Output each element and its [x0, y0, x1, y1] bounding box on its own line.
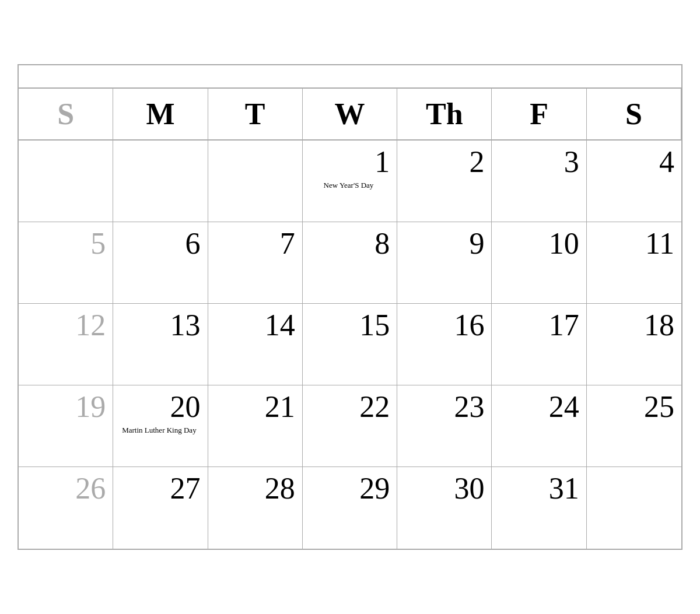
day-cell: 7 — [208, 222, 303, 304]
day-number: 4 — [592, 145, 674, 178]
day-cell: 24 — [492, 385, 586, 467]
day-cell: 10 — [492, 222, 586, 304]
day-cell: 29 — [303, 467, 397, 549]
day-number: 26 — [23, 472, 106, 505]
holiday-label: New Year'S Day — [307, 181, 390, 191]
day-header-m: M — [113, 89, 208, 141]
day-number: 28 — [213, 472, 295, 505]
day-number: 20 — [118, 390, 200, 423]
day-number: 17 — [496, 308, 579, 342]
day-header-w: W — [303, 89, 397, 141]
calendar-title — [19, 65, 681, 89]
day-cell: 14 — [208, 304, 303, 385]
day-cell: 18 — [587, 304, 681, 385]
calendar-grid: SMTWThFS1New Year'S Day23456789101112131… — [19, 89, 681, 549]
day-number: 19 — [23, 390, 106, 423]
day-number: 13 — [118, 308, 200, 342]
day-cell: 2 — [397, 141, 492, 222]
day-header-s: S — [587, 89, 681, 141]
day-number: 11 — [592, 227, 674, 260]
day-cell: 8 — [303, 222, 397, 304]
empty-cell — [113, 141, 208, 222]
day-cell: 3 — [492, 141, 586, 222]
empty-cell — [208, 141, 303, 222]
day-header-t: T — [208, 89, 303, 141]
day-number: 2 — [402, 145, 484, 178]
day-cell: 23 — [397, 385, 492, 467]
day-number: 31 — [496, 472, 579, 505]
empty-cell — [19, 141, 113, 222]
day-number: 24 — [496, 390, 579, 423]
day-cell: 5 — [19, 222, 113, 304]
day-number: 14 — [213, 308, 295, 342]
day-header-th: Th — [397, 89, 492, 141]
day-number: 22 — [307, 390, 390, 423]
day-number: 9 — [402, 227, 484, 260]
day-number: 30 — [402, 472, 484, 505]
day-number: 5 — [23, 227, 106, 260]
day-cell: 12 — [19, 304, 113, 385]
day-cell: 22 — [303, 385, 397, 467]
day-cell: 13 — [113, 304, 208, 385]
day-number: 16 — [402, 308, 484, 342]
day-number: 1 — [307, 145, 390, 178]
holiday-label: Martin Luther King Day — [118, 426, 200, 436]
day-cell: 28 — [208, 467, 303, 549]
day-cell: 1New Year'S Day — [303, 141, 397, 222]
day-number: 10 — [496, 227, 579, 260]
day-cell: 20Martin Luther King Day — [113, 385, 208, 467]
day-number: 12 — [23, 308, 106, 342]
day-cell: 6 — [113, 222, 208, 304]
day-cell: 30 — [397, 467, 492, 549]
day-number: 8 — [307, 227, 390, 260]
day-cell: 17 — [492, 304, 586, 385]
empty-cell — [587, 467, 681, 549]
day-number: 21 — [213, 390, 295, 423]
day-number: 29 — [307, 472, 390, 505]
day-number: 23 — [402, 390, 484, 423]
day-cell: 31 — [492, 467, 586, 549]
day-number: 7 — [213, 227, 295, 260]
day-cell: 26 — [19, 467, 113, 549]
day-cell: 11 — [587, 222, 681, 304]
day-header-f: F — [492, 89, 586, 141]
day-number: 6 — [118, 227, 200, 260]
day-number: 25 — [592, 390, 674, 423]
day-cell: 21 — [208, 385, 303, 467]
day-cell: 4 — [587, 141, 681, 222]
day-number: 15 — [307, 308, 390, 342]
day-cell: 15 — [303, 304, 397, 385]
day-number: 18 — [592, 308, 674, 342]
day-cell: 19 — [19, 385, 113, 467]
calendar: SMTWThFS1New Year'S Day23456789101112131… — [18, 64, 682, 550]
day-number: 27 — [118, 472, 200, 505]
day-cell: 25 — [587, 385, 681, 467]
day-cell: 9 — [397, 222, 492, 304]
day-cell: 27 — [113, 467, 208, 549]
day-number: 3 — [496, 145, 579, 178]
day-header-s: S — [19, 89, 113, 141]
day-cell: 16 — [397, 304, 492, 385]
